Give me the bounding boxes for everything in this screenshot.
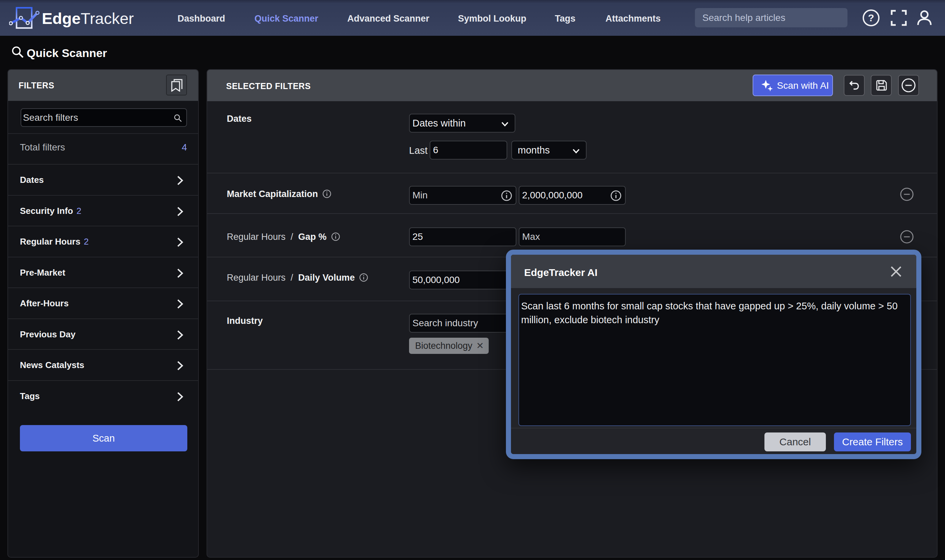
svg-text:?: ?	[868, 12, 874, 23]
